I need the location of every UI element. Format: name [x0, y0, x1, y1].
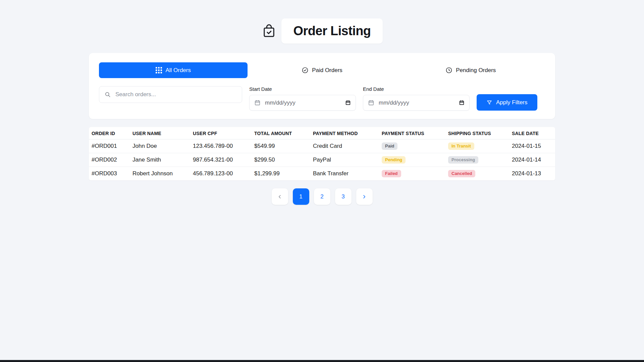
search-box[interactable]	[99, 86, 242, 103]
col-sale-date: Sale Date	[509, 127, 555, 139]
end-date-input[interactable]: mm/dd/yyyy	[363, 95, 470, 111]
col-total-amount: Total Amount	[252, 127, 310, 139]
user-name-cell: Robert Johnson	[130, 167, 190, 181]
title-card: Order Listing	[281, 18, 383, 44]
sale-date-cell: 2024-01-13	[509, 167, 555, 181]
table-row: #ORD002 Jane Smith 987.654.321-00 $299.5…	[89, 153, 555, 167]
user-cpf-cell: 123.456.789-00	[190, 139, 252, 153]
sale-date-cell: 2024-01-15	[509, 139, 555, 153]
col-order-id: Order ID	[89, 127, 130, 139]
col-shipping-status: Shipping Status	[445, 127, 509, 139]
date-picker-icon[interactable]	[345, 100, 351, 106]
search-input[interactable]	[115, 91, 237, 98]
payment-method-cell: Bank Transfer	[310, 167, 379, 181]
grid-icon	[156, 67, 162, 73]
page-title: Order Listing	[293, 24, 371, 38]
calendar-icon	[254, 100, 261, 106]
user-cpf-cell: 987.654.321-00	[190, 153, 252, 167]
apply-filters-label: Apply Filters	[496, 99, 528, 106]
page-button-3[interactable]: 3	[335, 188, 352, 205]
date-picker-icon[interactable]	[459, 100, 465, 106]
page-button-2[interactable]: 2	[314, 188, 330, 205]
chevron-right-icon	[361, 194, 367, 200]
shipping-status-badge: Cancelled	[448, 170, 475, 177]
user-name-cell: Jane Smith	[130, 153, 190, 167]
tab-paid-orders-label: Paid Orders	[312, 67, 342, 74]
end-date-placeholder: mm/dd/yyyy	[379, 100, 454, 106]
payment-method-cell: PayPal	[310, 153, 379, 167]
pagination: 1 2 3	[89, 188, 555, 205]
col-user-cpf: User CPF	[190, 127, 252, 139]
start-date-group: Start Date mm/dd/yyyy	[249, 86, 356, 111]
shipping-status-badge: Processing	[448, 156, 478, 164]
order-id-cell: #ORD002	[89, 153, 130, 167]
table-row: #ORD003 Robert Johnson 456.789.123-00 $1…	[89, 167, 555, 181]
payment-status-badge: Paid	[382, 142, 397, 150]
filter-controls: Start Date mm/dd/yyyy	[99, 86, 545, 111]
tab-all-orders-label: All Orders	[165, 67, 191, 74]
chevron-left-icon	[277, 194, 283, 200]
screen-edge-bar	[0, 360, 644, 362]
bag-check-icon	[261, 23, 277, 39]
total-amount-cell: $299.50	[252, 153, 310, 167]
col-payment-method: Payment Method	[310, 127, 379, 139]
clock-icon	[445, 67, 452, 74]
col-user-name: User Name	[130, 127, 190, 139]
end-date-label: End Date	[363, 86, 470, 92]
filter-panel: All Orders Paid Orders	[89, 53, 555, 119]
tab-pending-orders[interactable]: Pending Orders	[396, 62, 545, 78]
shipping-status-badge: In Transit	[448, 142, 474, 150]
order-id-cell: #ORD001	[89, 139, 130, 153]
funnel-icon	[486, 100, 492, 106]
tab-paid-orders[interactable]: Paid Orders	[248, 62, 396, 78]
page-header: Order Listing	[0, 0, 644, 44]
tab-pending-orders-label: Pending Orders	[456, 67, 496, 74]
order-tabs: All Orders Paid Orders	[99, 62, 545, 78]
total-amount-cell: $549.99	[252, 139, 310, 153]
sale-date-cell: 2024-01-14	[509, 153, 555, 167]
tab-all-orders[interactable]: All Orders	[99, 62, 248, 78]
table-row: #ORD001 John Doe 123.456.789-00 $549.99 …	[89, 139, 555, 153]
end-date-group: End Date mm/dd/yyyy	[363, 86, 470, 111]
page-button-1[interactable]: 1	[293, 188, 309, 205]
total-amount-cell: $1,299.99	[252, 167, 310, 181]
prev-page-button[interactable]	[272, 188, 288, 205]
next-page-button[interactable]	[356, 188, 373, 205]
payment-method-cell: Credit Card	[310, 139, 379, 153]
user-cpf-cell: 456.789.123-00	[190, 167, 252, 181]
start-date-input[interactable]: mm/dd/yyyy	[249, 95, 356, 111]
orders-table-card: Order ID User Name User CPF Total Amount…	[89, 127, 555, 180]
orders-table: Order ID User Name User CPF Total Amount…	[89, 127, 555, 180]
table-header-row: Order ID User Name User CPF Total Amount…	[89, 127, 555, 139]
check-circle-icon	[302, 67, 309, 74]
start-date-label: Start Date	[249, 86, 356, 92]
search-icon	[104, 91, 111, 98]
payment-status-badge: Pending	[382, 156, 406, 164]
start-date-placeholder: mm/dd/yyyy	[265, 100, 341, 106]
order-id-cell: #ORD003	[89, 167, 130, 181]
user-name-cell: John Doe	[130, 139, 190, 153]
payment-status-badge: Failed	[382, 170, 401, 177]
calendar-icon	[368, 100, 374, 106]
col-payment-status: Payment Status	[379, 127, 445, 139]
apply-filters-button[interactable]: Apply Filters	[477, 94, 537, 111]
main-container: All Orders Paid Orders	[89, 53, 555, 205]
